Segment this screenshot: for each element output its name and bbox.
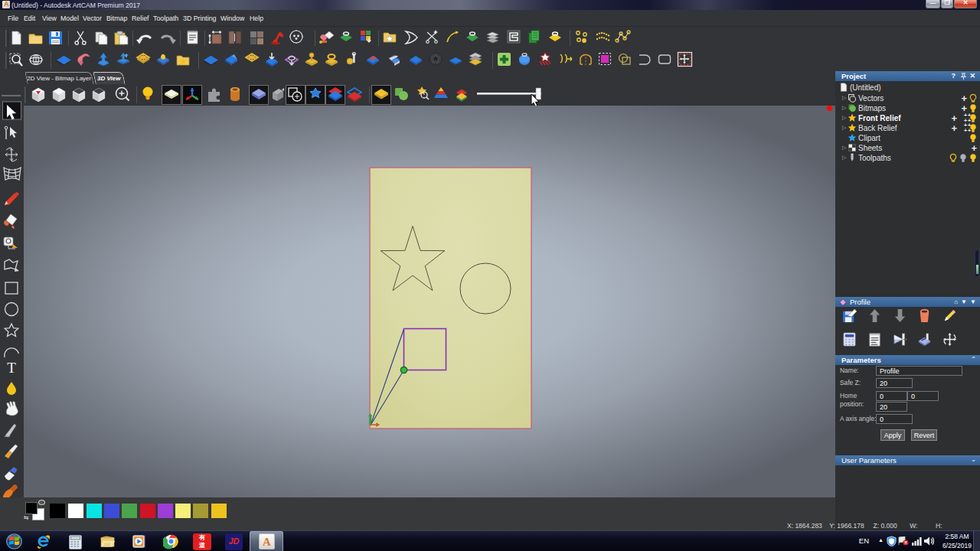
svg-text:T: T [7, 360, 16, 376]
